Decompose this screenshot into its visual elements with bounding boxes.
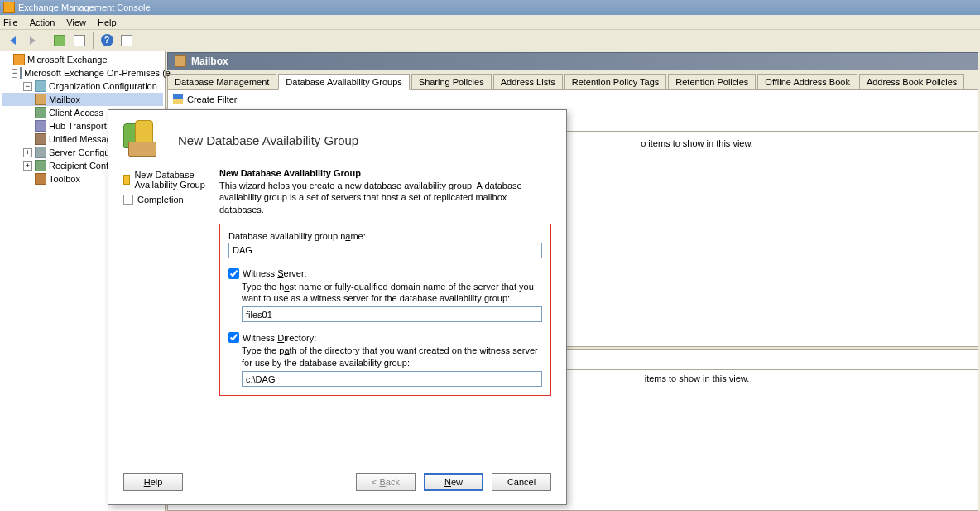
tree-label: Microsoft Exchange [27, 55, 108, 65]
window-title: Exchange Management Console [18, 2, 151, 12]
toolbar: ? [0, 30, 980, 51]
step-label: Completion [137, 195, 184, 205]
mailbox-icon [35, 94, 46, 105]
help-button[interactable]: Help [123, 473, 183, 491]
empty-text: items to show in this view. [645, 374, 750, 383]
tab-offline-ab[interactable]: Offline Address Book [757, 74, 858, 89]
org-icon [35, 80, 46, 92]
witness-server-label: Witness Server: [243, 268, 307, 278]
witness-server-checkbox[interactable] [228, 268, 239, 279]
form-intro-text: This wizard helps you create a new datab… [219, 180, 551, 215]
layout-icon [74, 35, 85, 46]
hub-icon [35, 120, 46, 132]
dialog-header: New Database Availability Group [108, 110, 566, 166]
witness-directory-label: Witness Directory: [243, 333, 316, 343]
witness-directory-help: Type the path of the directory that you … [242, 345, 542, 369]
um-icon [35, 133, 46, 145]
tree-org-config[interactable]: − Organization Configuration [2, 80, 163, 93]
server-icon [35, 147, 46, 158]
tree-root[interactable]: Microsoft Exchange [2, 53, 163, 66]
filter-icon [173, 94, 183, 104]
tab-dag[interactable]: Database Availability Groups [278, 74, 409, 90]
help-icon: ? [101, 34, 113, 46]
form-heading: New Database Availability Group [219, 168, 551, 178]
step-new-dag[interactable]: New Database Availability Group [123, 170, 219, 190]
tab-retention-tags[interactable]: Retention Policy Tags [564, 74, 667, 89]
step-completion[interactable]: Completion [123, 195, 219, 205]
menu-action[interactable]: Action [30, 17, 55, 27]
dialog-footer: Help < Back New Cancel [108, 468, 566, 504]
witness-server-input[interactable] [242, 306, 542, 322]
tree-label: Toolbox [49, 174, 80, 184]
menu-help[interactable]: Help [98, 17, 117, 27]
menu-view[interactable]: View [66, 17, 86, 27]
dag-wizard-icon [123, 120, 163, 160]
layout-icon [121, 35, 132, 46]
tree-label: Mailbox [49, 94, 80, 104]
wizard-steps: New Database Availability Group Completi… [123, 166, 219, 468]
toolbar-separator [93, 32, 94, 49]
dag-name-input[interactable] [228, 243, 542, 258]
client-icon [35, 107, 46, 118]
tree-onpremises[interactable]: − Microsoft Exchange On-Premises (e [2, 66, 163, 80]
window-titlebar: Exchange Management Console [0, 0, 980, 15]
tree-label: Organization Configuration [49, 81, 157, 91]
app-icon [3, 2, 15, 13]
collapse-icon[interactable]: − [23, 82, 32, 91]
toolbar-separator [46, 32, 46, 49]
witness-directory-input[interactable] [242, 371, 542, 387]
server-icon [20, 67, 22, 79]
new-dag-dialog: New Database Availability Group New Data… [108, 109, 567, 505]
expand-icon[interactable]: + [23, 161, 32, 171]
show-tree-button[interactable] [70, 31, 89, 50]
arrow-right-icon [30, 36, 36, 45]
tree-label: Microsoft Exchange On-Premises (e [24, 68, 171, 78]
exchange-icon [13, 54, 25, 65]
nav-back-button[interactable] [3, 31, 22, 50]
form-highlight-box: Database availability group name: Witnes… [219, 224, 551, 396]
menu-file[interactable]: File [3, 17, 18, 27]
content-header: Mailbox [167, 52, 978, 70]
tab-retention-policies[interactable]: Retention Policies [668, 74, 756, 89]
dialog-title: New Database Availability Group [178, 133, 358, 147]
step-active-icon [123, 175, 130, 185]
help-button[interactable]: ? [98, 31, 116, 50]
dag-name-label: Database availability group name: [228, 231, 542, 241]
generic-icon [54, 35, 65, 46]
arrow-left-icon [10, 36, 16, 45]
recipient-icon [35, 160, 46, 171]
tree-mailbox[interactable]: Mailbox [2, 93, 163, 106]
collapse-icon[interactable]: − [12, 69, 17, 78]
toolbar-button-2[interactable] [118, 31, 136, 50]
menu-bar: File Action View Help [0, 15, 980, 30]
mailbox-icon [175, 55, 186, 67]
tabs-row: Database Management Database Availabilit… [167, 72, 978, 90]
filter-bar: CCreate Filterreate Filter [167, 90, 978, 108]
new-button[interactable]: New [424, 473, 483, 491]
tree-label: Client Access [49, 108, 103, 118]
toolbar-button-1[interactable] [50, 31, 69, 50]
tab-database-management[interactable]: Database Management [167, 74, 276, 89]
tree-label: Unified Messag [49, 134, 112, 144]
tab-ab-policies[interactable]: Address Book Policies [859, 74, 964, 89]
tree-label: Hub Transport [49, 121, 107, 131]
tab-sharing-policies[interactable]: Sharing Policies [411, 74, 492, 89]
content-title: Mailbox [191, 55, 228, 67]
witness-directory-checkbox[interactable] [228, 332, 239, 343]
empty-text: o items to show in this view. [641, 138, 753, 148]
expand-icon[interactable]: + [23, 148, 32, 157]
cancel-button[interactable]: Cancel [492, 473, 551, 491]
back-button: < Back [356, 473, 416, 491]
witness-server-help: Type the host name or fully-qualified do… [242, 281, 542, 305]
nav-forward-button[interactable] [23, 31, 41, 50]
tab-address-lists[interactable]: Address Lists [493, 74, 563, 89]
step-icon [123, 195, 133, 205]
toolbox-icon [35, 173, 46, 185]
step-label: New Database Availability Group [134, 170, 219, 190]
wizard-form: New Database Availability Group This wiz… [219, 166, 551, 468]
create-filter-link[interactable]: CCreate Filterreate Filter [187, 94, 238, 104]
